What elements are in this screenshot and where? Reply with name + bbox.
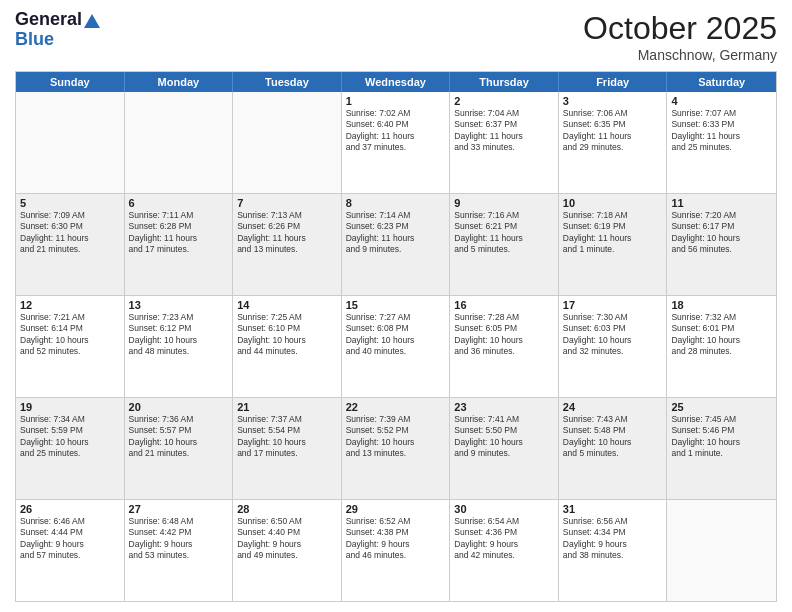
- day-number: 5: [20, 197, 120, 209]
- calendar-cell: 22Sunrise: 7:39 AM Sunset: 5:52 PM Dayli…: [342, 398, 451, 499]
- header-day-thursday: Thursday: [450, 72, 559, 92]
- calendar-week-5: 26Sunrise: 6:46 AM Sunset: 4:44 PM Dayli…: [16, 500, 776, 601]
- calendar-week-4: 19Sunrise: 7:34 AM Sunset: 5:59 PM Dayli…: [16, 398, 776, 500]
- day-number: 23: [454, 401, 554, 413]
- day-number: 6: [129, 197, 229, 209]
- calendar-cell: 13Sunrise: 7:23 AM Sunset: 6:12 PM Dayli…: [125, 296, 234, 397]
- calendar-cell: 30Sunrise: 6:54 AM Sunset: 4:36 PM Dayli…: [450, 500, 559, 601]
- cell-info: Sunrise: 7:41 AM Sunset: 5:50 PM Dayligh…: [454, 414, 554, 460]
- calendar-week-1: 1Sunrise: 7:02 AM Sunset: 6:40 PM Daylig…: [16, 92, 776, 194]
- header: General Blue October 2025 Manschnow, Ger…: [15, 10, 777, 63]
- calendar-cell: 1Sunrise: 7:02 AM Sunset: 6:40 PM Daylig…: [342, 92, 451, 193]
- calendar-body: 1Sunrise: 7:02 AM Sunset: 6:40 PM Daylig…: [16, 92, 776, 601]
- day-number: 19: [20, 401, 120, 413]
- calendar-cell: 19Sunrise: 7:34 AM Sunset: 5:59 PM Dayli…: [16, 398, 125, 499]
- location-subtitle: Manschnow, Germany: [583, 47, 777, 63]
- day-number: 20: [129, 401, 229, 413]
- day-number: 22: [346, 401, 446, 413]
- day-number: 2: [454, 95, 554, 107]
- cell-info: Sunrise: 7:16 AM Sunset: 6:21 PM Dayligh…: [454, 210, 554, 256]
- calendar-cell: 14Sunrise: 7:25 AM Sunset: 6:10 PM Dayli…: [233, 296, 342, 397]
- calendar-cell: 3Sunrise: 7:06 AM Sunset: 6:35 PM Daylig…: [559, 92, 668, 193]
- cell-info: Sunrise: 7:45 AM Sunset: 5:46 PM Dayligh…: [671, 414, 772, 460]
- cell-info: Sunrise: 7:36 AM Sunset: 5:57 PM Dayligh…: [129, 414, 229, 460]
- calendar-cell: 15Sunrise: 7:27 AM Sunset: 6:08 PM Dayli…: [342, 296, 451, 397]
- day-number: 16: [454, 299, 554, 311]
- cell-info: Sunrise: 6:50 AM Sunset: 4:40 PM Dayligh…: [237, 516, 337, 562]
- calendar-cell: 6Sunrise: 7:11 AM Sunset: 6:28 PM Daylig…: [125, 194, 234, 295]
- day-number: 9: [454, 197, 554, 209]
- logo-line1: General: [15, 10, 100, 30]
- logo-icon: [84, 14, 100, 28]
- calendar-cell: 5Sunrise: 7:09 AM Sunset: 6:30 PM Daylig…: [16, 194, 125, 295]
- calendar-cell: 25Sunrise: 7:45 AM Sunset: 5:46 PM Dayli…: [667, 398, 776, 499]
- header-day-wednesday: Wednesday: [342, 72, 451, 92]
- day-number: 31: [563, 503, 663, 515]
- calendar-cell: 2Sunrise: 7:04 AM Sunset: 6:37 PM Daylig…: [450, 92, 559, 193]
- calendar-cell: 28Sunrise: 6:50 AM Sunset: 4:40 PM Dayli…: [233, 500, 342, 601]
- calendar-cell: 7Sunrise: 7:13 AM Sunset: 6:26 PM Daylig…: [233, 194, 342, 295]
- cell-info: Sunrise: 7:23 AM Sunset: 6:12 PM Dayligh…: [129, 312, 229, 358]
- cell-info: Sunrise: 7:39 AM Sunset: 5:52 PM Dayligh…: [346, 414, 446, 460]
- calendar-week-3: 12Sunrise: 7:21 AM Sunset: 6:14 PM Dayli…: [16, 296, 776, 398]
- cell-info: Sunrise: 7:06 AM Sunset: 6:35 PM Dayligh…: [563, 108, 663, 154]
- calendar-cell: 18Sunrise: 7:32 AM Sunset: 6:01 PM Dayli…: [667, 296, 776, 397]
- cell-info: Sunrise: 7:04 AM Sunset: 6:37 PM Dayligh…: [454, 108, 554, 154]
- day-number: 13: [129, 299, 229, 311]
- cell-info: Sunrise: 7:25 AM Sunset: 6:10 PM Dayligh…: [237, 312, 337, 358]
- header-day-saturday: Saturday: [667, 72, 776, 92]
- cell-info: Sunrise: 7:18 AM Sunset: 6:19 PM Dayligh…: [563, 210, 663, 256]
- calendar-cell: 9Sunrise: 7:16 AM Sunset: 6:21 PM Daylig…: [450, 194, 559, 295]
- cell-info: Sunrise: 6:52 AM Sunset: 4:38 PM Dayligh…: [346, 516, 446, 562]
- header-day-friday: Friday: [559, 72, 668, 92]
- day-number: 1: [346, 95, 446, 107]
- logo-line2: Blue: [15, 30, 54, 50]
- day-number: 24: [563, 401, 663, 413]
- calendar-cell: 17Sunrise: 7:30 AM Sunset: 6:03 PM Dayli…: [559, 296, 668, 397]
- title-block: October 2025 Manschnow, Germany: [583, 10, 777, 63]
- logo-general: General: [15, 10, 82, 30]
- calendar-cell: 31Sunrise: 6:56 AM Sunset: 4:34 PM Dayli…: [559, 500, 668, 601]
- header-day-monday: Monday: [125, 72, 234, 92]
- cell-info: Sunrise: 7:27 AM Sunset: 6:08 PM Dayligh…: [346, 312, 446, 358]
- day-number: 3: [563, 95, 663, 107]
- calendar-cell: [125, 92, 234, 193]
- cell-info: Sunrise: 7:11 AM Sunset: 6:28 PM Dayligh…: [129, 210, 229, 256]
- cell-info: Sunrise: 7:32 AM Sunset: 6:01 PM Dayligh…: [671, 312, 772, 358]
- cell-info: Sunrise: 6:46 AM Sunset: 4:44 PM Dayligh…: [20, 516, 120, 562]
- calendar-cell: 26Sunrise: 6:46 AM Sunset: 4:44 PM Dayli…: [16, 500, 125, 601]
- calendar-week-2: 5Sunrise: 7:09 AM Sunset: 6:30 PM Daylig…: [16, 194, 776, 296]
- day-number: 28: [237, 503, 337, 515]
- day-number: 30: [454, 503, 554, 515]
- cell-info: Sunrise: 7:02 AM Sunset: 6:40 PM Dayligh…: [346, 108, 446, 154]
- page: General Blue October 2025 Manschnow, Ger…: [0, 0, 792, 612]
- calendar-cell: 8Sunrise: 7:14 AM Sunset: 6:23 PM Daylig…: [342, 194, 451, 295]
- calendar-cell: 4Sunrise: 7:07 AM Sunset: 6:33 PM Daylig…: [667, 92, 776, 193]
- calendar-header: SundayMondayTuesdayWednesdayThursdayFrid…: [16, 72, 776, 92]
- day-number: 26: [20, 503, 120, 515]
- cell-info: Sunrise: 7:28 AM Sunset: 6:05 PM Dayligh…: [454, 312, 554, 358]
- header-day-sunday: Sunday: [16, 72, 125, 92]
- calendar-cell: [667, 500, 776, 601]
- day-number: 27: [129, 503, 229, 515]
- cell-info: Sunrise: 7:13 AM Sunset: 6:26 PM Dayligh…: [237, 210, 337, 256]
- cell-info: Sunrise: 7:37 AM Sunset: 5:54 PM Dayligh…: [237, 414, 337, 460]
- cell-info: Sunrise: 7:07 AM Sunset: 6:33 PM Dayligh…: [671, 108, 772, 154]
- svg-marker-0: [84, 14, 100, 28]
- calendar-cell: 29Sunrise: 6:52 AM Sunset: 4:38 PM Dayli…: [342, 500, 451, 601]
- cell-info: Sunrise: 7:21 AM Sunset: 6:14 PM Dayligh…: [20, 312, 120, 358]
- calendar-cell: 16Sunrise: 7:28 AM Sunset: 6:05 PM Dayli…: [450, 296, 559, 397]
- header-day-tuesday: Tuesday: [233, 72, 342, 92]
- day-number: 4: [671, 95, 772, 107]
- calendar-cell: 10Sunrise: 7:18 AM Sunset: 6:19 PM Dayli…: [559, 194, 668, 295]
- day-number: 25: [671, 401, 772, 413]
- calendar-cell: 27Sunrise: 6:48 AM Sunset: 4:42 PM Dayli…: [125, 500, 234, 601]
- day-number: 21: [237, 401, 337, 413]
- day-number: 10: [563, 197, 663, 209]
- day-number: 15: [346, 299, 446, 311]
- cell-info: Sunrise: 7:34 AM Sunset: 5:59 PM Dayligh…: [20, 414, 120, 460]
- day-number: 12: [20, 299, 120, 311]
- cell-info: Sunrise: 6:48 AM Sunset: 4:42 PM Dayligh…: [129, 516, 229, 562]
- cell-info: Sunrise: 7:30 AM Sunset: 6:03 PM Dayligh…: [563, 312, 663, 358]
- cell-info: Sunrise: 7:09 AM Sunset: 6:30 PM Dayligh…: [20, 210, 120, 256]
